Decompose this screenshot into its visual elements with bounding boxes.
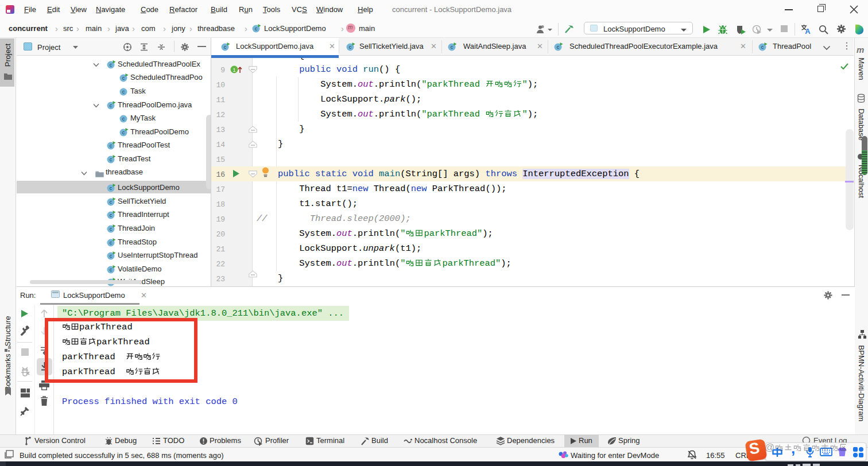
svg-text:A: A bbox=[805, 27, 811, 34]
svg-text:1: 1 bbox=[232, 67, 235, 73]
